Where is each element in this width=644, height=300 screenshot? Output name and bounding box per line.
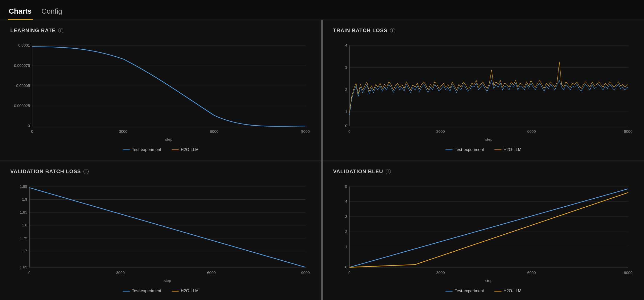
svg-text:0: 0 [345,265,347,269]
svg-text:3000: 3000 [436,271,445,275]
tab-charts[interactable]: Charts [8,5,33,20]
legend-test-experiment-2: Test-experiment [445,147,484,152]
svg-text:5: 5 [345,184,347,189]
legend-test-experiment-3: Test-experiment [123,289,161,293]
svg-text:step: step [165,137,172,142]
legend-h2o-llm-4: H2O-LLM [494,289,521,293]
svg-text:3000: 3000 [119,129,128,134]
svg-text:0.00005: 0.00005 [16,84,30,88]
legend-line-blue [123,149,130,150]
learning-rate-svg: 0.0001 0.000075 0.00005 0.000025 0 0 300… [10,38,311,145]
svg-text:1.7: 1.7 [22,249,27,253]
svg-text:6000: 6000 [527,271,536,275]
validation-bleu-chart: 5 4 3 2 1 0 0 3000 6000 9000 step [333,179,634,286]
validation-batch-loss-chart: 1.95 1.9 1.85 1.8 1.75 1.7 1.65 0 3000 6… [10,179,311,286]
svg-text:9000: 9000 [301,129,310,134]
legend-test-experiment: Test-experiment [123,147,161,152]
validation-bleu-panel: VALIDATION BLEU i 5 4 3 2 1 0 [323,161,644,300]
legend-h2o-llm-2: H2O-LLM [494,147,521,152]
validation-bleu-svg: 5 4 3 2 1 0 0 3000 6000 9000 step [333,179,634,286]
charts-grid: LEARNING RATE i 0.0001 0.000075 0.00005 … [0,20,644,300]
blue-noise [350,81,628,116]
train-batch-loss-chart: 4 3 2 1 0 0 3000 6000 9000 step [333,38,634,145]
svg-text:2: 2 [345,88,347,92]
learning-rate-title: LEARNING RATE i [10,28,311,33]
svg-text:1.8: 1.8 [22,223,27,227]
tab-config[interactable]: Config [40,5,63,20]
svg-text:6000: 6000 [207,271,216,275]
train-batch-loss-info-icon[interactable]: i [390,28,395,33]
svg-text:step: step [164,279,171,283]
svg-text:0.000025: 0.000025 [14,104,30,108]
svg-text:6000: 6000 [527,129,536,134]
svg-text:1.9: 1.9 [22,197,27,201]
svg-text:0: 0 [28,124,30,128]
svg-text:4: 4 [345,43,347,48]
svg-text:0.0001: 0.0001 [18,43,30,48]
svg-text:step: step [485,279,493,283]
validation-bleu-info-icon[interactable]: i [386,169,391,174]
svg-text:1.85: 1.85 [20,210,27,214]
svg-text:3000: 3000 [116,271,125,275]
validation-batch-loss-svg: 1.95 1.9 1.85 1.8 1.75 1.7 1.65 0 3000 6… [10,179,311,286]
svg-text:9000: 9000 [624,271,632,275]
train-batch-loss-legend: Test-experiment H2O-LLM [333,147,634,152]
svg-text:1.75: 1.75 [20,236,27,240]
svg-text:9000: 9000 [301,271,310,275]
svg-text:step: step [485,137,493,142]
svg-text:3: 3 [345,65,347,69]
train-batch-loss-panel: TRAIN BATCH LOSS i 4 3 2 1 0 0 [323,20,644,161]
learning-rate-info-icon[interactable]: i [58,28,63,33]
svg-text:0: 0 [28,271,30,275]
train-batch-loss-title: TRAIN BATCH LOSS i [333,28,634,33]
svg-text:0: 0 [31,129,33,134]
svg-text:1.95: 1.95 [20,184,27,189]
validation-bleu-legend: Test-experiment H2O-LLM [333,289,634,293]
svg-text:4: 4 [345,199,347,204]
svg-text:1.65: 1.65 [20,265,27,269]
legend-h2o-llm: H2O-LLM [172,147,199,152]
svg-text:0: 0 [349,271,351,275]
learning-rate-panel: LEARNING RATE i 0.0001 0.000075 0.00005 … [0,20,321,161]
svg-text:9000: 9000 [624,129,632,134]
svg-text:1: 1 [345,110,347,114]
svg-text:2: 2 [345,230,347,234]
svg-text:3000: 3000 [436,129,445,134]
legend-h2o-llm-3: H2O-LLM [172,289,199,293]
svg-text:3: 3 [345,215,347,219]
learning-rate-chart: 0.0001 0.000075 0.00005 0.000025 0 0 300… [10,38,311,145]
svg-text:0: 0 [345,124,347,128]
svg-text:0.000075: 0.000075 [14,64,30,68]
validation-batch-loss-title: VALIDATION BATCH LOSS i [10,169,311,174]
validation-bleu-title: VALIDATION BLEU i [333,169,634,174]
validation-batch-loss-panel: VALIDATION BATCH LOSS i 1.95 1.9 1.85 [0,161,321,300]
svg-text:6000: 6000 [210,129,218,134]
legend-test-experiment-4: Test-experiment [445,289,484,293]
validation-batch-loss-info-icon[interactable]: i [83,169,89,174]
header: Charts Config [0,0,644,20]
svg-text:0: 0 [349,129,351,134]
legend-line-orange [172,149,179,150]
learning-rate-legend: Test-experiment H2O-LLM [10,147,311,152]
validation-batch-loss-legend: Test-experiment H2O-LLM [10,289,311,293]
svg-text:1: 1 [345,245,347,249]
train-batch-loss-svg: 4 3 2 1 0 0 3000 6000 9000 step [333,38,634,145]
